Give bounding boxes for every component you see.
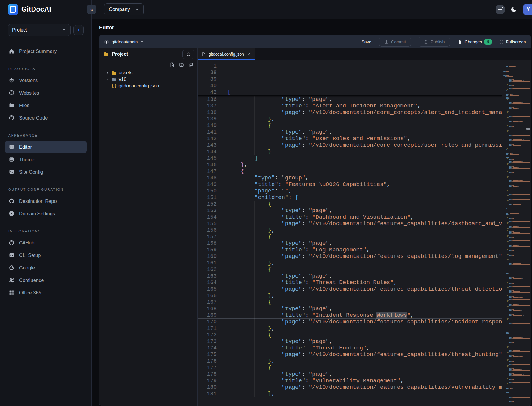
- chevron-right-icon: [106, 78, 109, 81]
- sidebar-item-github[interactable]: GitHub: [5, 236, 87, 249]
- code-line-177: 177{: [198, 364, 502, 371]
- close-icon[interactable]: [247, 52, 251, 56]
- company-select[interactable]: Company: [104, 3, 144, 15]
- code-line-178: 178"type": "page",: [198, 371, 502, 377]
- sidebar-item-label: Google: [19, 265, 35, 271]
- line-number: 179: [198, 377, 217, 384]
- code-line-38: 38: [198, 69, 502, 76]
- code-line-180: 180"page": "/v10/documentation/features_…: [198, 384, 502, 391]
- add-project-button[interactable]: +: [73, 25, 84, 35]
- sidebar-item-cli-setup[interactable]: CLI Setup: [5, 249, 87, 261]
- code-line-159: 159"title": "Log Management",: [198, 247, 502, 253]
- code-line-149: 149"title": "Features \u0026 Capabilitie…: [198, 181, 502, 188]
- file-tree-panel: Project assetsv10{ }gitdocai.config.json: [99, 48, 198, 406]
- code-line-156: 156},: [198, 227, 502, 233]
- sidebar-item-project-summary[interactable]: Project Summary: [5, 45, 87, 57]
- dark-mode-toggle-icon[interactable]: [511, 6, 517, 13]
- code-line-140: 140{: [198, 122, 502, 129]
- code-line-155: 155"page": "/v10/documentation/features_…: [198, 220, 502, 227]
- minimap[interactable]: [502, 60, 531, 406]
- sidebar-item-office-365[interactable]: Office 365: [5, 286, 87, 299]
- sidebar-item-source-code[interactable]: Source Code: [5, 112, 87, 124]
- code-line-165: 165"page": "/v10/documentation/features_…: [198, 286, 502, 292]
- code-line-42: 42[: [198, 89, 502, 95]
- code-line-153: 153"type": "page",: [198, 207, 502, 214]
- github-icon: [8, 239, 15, 246]
- code-line-141: 141"type": "page",: [198, 129, 502, 135]
- fullscreen-button[interactable]: Fullscreen: [499, 40, 526, 44]
- tree-item-assets[interactable]: assets: [106, 70, 197, 76]
- line-number: 164: [198, 279, 217, 286]
- tab-gitdocai-config[interactable]: gitdocai.config.json: [198, 48, 255, 60]
- code-line-175: 175"page": "/v10/documentation/features_…: [198, 351, 502, 358]
- project-select[interactable]: Project: [8, 24, 71, 36]
- line-number: 162: [198, 266, 217, 273]
- tree-item-v10[interactable]: v10: [106, 76, 197, 83]
- line-number: 167: [198, 299, 217, 305]
- chevron-right-icon: [106, 71, 109, 75]
- code-line-162: 162{: [198, 266, 502, 273]
- code-line-146: 146},: [198, 162, 502, 168]
- changes-button[interactable]: Changes 0: [458, 39, 492, 45]
- new-file-icon[interactable]: [170, 62, 175, 67]
- project-select-label: Project: [12, 27, 27, 33]
- line-number: 171: [198, 325, 217, 332]
- sidebar-item-versions[interactable]: Versions: [5, 74, 87, 87]
- line-number: 154: [198, 214, 217, 220]
- sidebar-item-destination-repo[interactable]: Destination Repo: [5, 195, 87, 207]
- sidebar-item-google[interactable]: Google: [5, 261, 87, 274]
- editor-toolbar: gitdocai/main Save Commit Publish: [99, 35, 531, 48]
- sidebar-item-domain-settings[interactable]: Domain Settings: [5, 207, 87, 220]
- line-number: 163: [198, 273, 217, 279]
- code-line-145: 145]: [198, 155, 502, 162]
- line-number: 141: [198, 129, 217, 135]
- code-line-171: 171},: [198, 325, 502, 332]
- publish-button[interactable]: Publish: [419, 37, 450, 47]
- line-number: 173: [198, 338, 217, 345]
- nav-section-header: OUTPUT CONFIGURATION: [5, 185, 87, 195]
- changelog-icon[interactable]: [496, 5, 505, 14]
- changes-file-icon: [458, 40, 462, 44]
- folder-icon: [112, 77, 117, 82]
- refresh-button[interactable]: [182, 50, 194, 59]
- sidebar-item-files[interactable]: Files: [5, 99, 87, 112]
- line-number: 143: [198, 142, 217, 148]
- minimap-handle[interactable]: [526, 128, 530, 130]
- code-line-158: 158"type": "page",: [198, 240, 502, 247]
- code-line-1: 1: [198, 63, 502, 69]
- confluence-icon: [8, 277, 15, 283]
- tree-item-gitdocai-config-json[interactable]: { }gitdocai.config.json: [106, 83, 197, 89]
- line-number: 165: [198, 286, 217, 292]
- line-number: 151: [198, 194, 217, 201]
- github-icon: [8, 198, 15, 204]
- code-line-170: 170"page": "/v10/documentation/features_…: [198, 319, 502, 325]
- sidebar-item-label: Versions: [19, 78, 38, 83]
- sidebar-collapse-button[interactable]: «: [87, 5, 96, 14]
- line-number: 158: [198, 240, 217, 247]
- code-line-139: 139},: [198, 116, 502, 122]
- new-folder-icon[interactable]: [179, 62, 184, 67]
- code-line-174: 174"title": "Threat Hunting",: [198, 345, 502, 351]
- collapse-all-icon[interactable]: [188, 62, 193, 67]
- code-line-167: 167{: [198, 299, 502, 305]
- sidebar-item-label: Project Summary: [19, 48, 57, 54]
- line-number: 138: [198, 109, 217, 116]
- line-number: 156: [198, 227, 217, 233]
- save-button[interactable]: Save: [362, 40, 371, 44]
- sidebar-item-editor[interactable]: Editor: [5, 141, 87, 153]
- sidebar-item-theme[interactable]: Theme: [5, 153, 87, 166]
- tree-item-label: assets: [119, 70, 132, 76]
- code-editor[interactable]: 138394042[136"type": "page",137"title": …: [198, 60, 502, 406]
- sidebar-item-label: Site Config: [19, 169, 43, 175]
- sidebar-item-confluence[interactable]: Confluence: [5, 274, 87, 286]
- user-avatar[interactable]: Y: [523, 4, 532, 15]
- code-line-173: 173"type": "page",: [198, 338, 502, 345]
- commit-button[interactable]: Commit: [379, 37, 411, 47]
- code-line-157: 157{: [198, 233, 502, 240]
- code-line-136: 136"type": "page",: [198, 96, 502, 103]
- sidebar-item-websites[interactable]: Websites: [5, 87, 87, 99]
- line-number: 147: [198, 168, 217, 175]
- line-number: 149: [198, 181, 217, 188]
- branch-select[interactable]: gitdocai/main: [104, 39, 144, 44]
- sidebar-item-site-config[interactable]: Site Config: [5, 166, 87, 178]
